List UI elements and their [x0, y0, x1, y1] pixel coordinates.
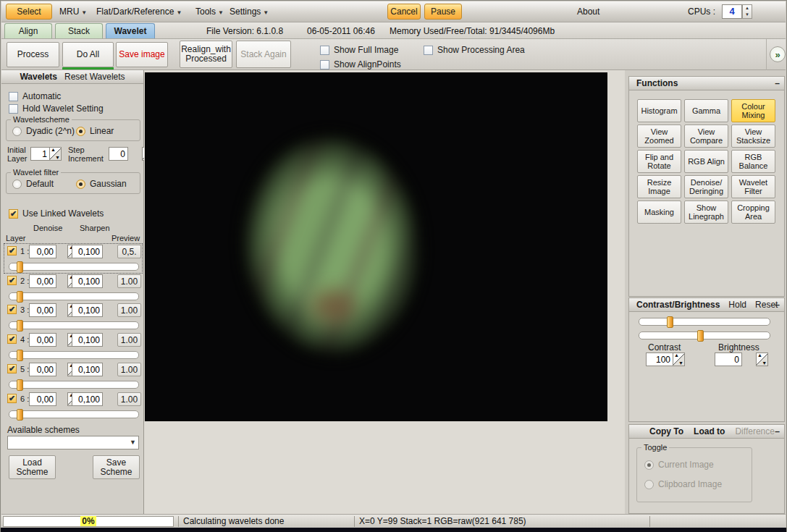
- cpus-stepper[interactable]: ▲▼: [742, 4, 752, 19]
- layer4-slider-thumb[interactable]: [17, 350, 23, 361]
- layer6-sharpen-input[interactable]: [72, 392, 103, 406]
- layer2-sharpen-input[interactable]: [72, 274, 103, 288]
- layer5-checkbox[interactable]: [7, 364, 17, 373]
- layer4-slider[interactable]: [9, 351, 139, 359]
- layer2-checkbox[interactable]: [7, 276, 17, 285]
- layer1-denoise-input[interactable]: [29, 245, 56, 258]
- reset-wavelets-button[interactable]: Reset Wavelets: [64, 72, 125, 82]
- fn-view-compare-button[interactable]: View Compare: [684, 124, 728, 148]
- fn-view-zoomed-button[interactable]: View Zoomed: [637, 124, 681, 148]
- process-button[interactable]: Process: [7, 42, 59, 67]
- save-image-button[interactable]: Save image: [116, 42, 168, 67]
- fn-colour-mixing-button[interactable]: Colour Mixing: [731, 99, 775, 122]
- fn-gamma-button[interactable]: Gamma: [684, 99, 728, 122]
- tab-wavelet[interactable]: Wavelet: [106, 23, 155, 38]
- pause-button[interactable]: Pause: [424, 4, 462, 20]
- minimize-icon[interactable]: –: [775, 426, 780, 436]
- select-button[interactable]: Select: [6, 4, 52, 20]
- menu-tools[interactable]: Tools▼: [195, 7, 224, 17]
- layer6-denoise-input[interactable]: [29, 392, 56, 406]
- menu-settings[interactable]: Settings▼: [230, 7, 269, 17]
- load-to-button[interactable]: Load to: [694, 426, 725, 436]
- contrast-stepper[interactable]: [673, 352, 685, 366]
- cancel-button[interactable]: Cancel: [387, 4, 421, 20]
- contrast-slider[interactable]: [639, 318, 770, 326]
- show-alignpoints-checkbox[interactable]: [320, 60, 329, 69]
- brightness-input[interactable]: [715, 352, 742, 366]
- hold-button[interactable]: Hold: [728, 300, 746, 310]
- brightness-stepper[interactable]: [756, 352, 768, 366]
- fn-cropping-area-button[interactable]: Cropping Area: [731, 200, 775, 224]
- fn-show-linegraph-button[interactable]: Show Linegraph: [684, 200, 728, 224]
- show-full-image-checkbox[interactable]: [320, 46, 329, 55]
- initial-layer-stepper[interactable]: [49, 147, 62, 161]
- expand-panel-button[interactable]: »: [770, 46, 786, 62]
- menu-flat-dark-reference[interactable]: Flat/Dark/Reference▼: [96, 7, 182, 17]
- layer3-checkbox[interactable]: [7, 305, 17, 314]
- menu-about[interactable]: About: [577, 7, 599, 17]
- fn-flip-rotate-button[interactable]: Flip and Rotate: [637, 150, 681, 173]
- layer1-slider[interactable]: [9, 263, 139, 271]
- layer2-slider-thumb[interactable]: [17, 291, 23, 303]
- layer6-preview-button[interactable]: 1.00: [117, 392, 141, 406]
- layer3-slider[interactable]: [9, 321, 139, 329]
- automatic-checkbox[interactable]: [9, 92, 18, 101]
- hold-wavelet-checkbox[interactable]: [9, 104, 18, 114]
- gaussian-filter-radio[interactable]: [76, 180, 85, 189]
- realign-with-processed-button[interactable]: Realign_with Processed: [180, 41, 232, 68]
- contrast-slider-thumb[interactable]: [667, 316, 673, 328]
- fn-histogram-button[interactable]: Histogram: [637, 99, 681, 122]
- layer4-preview-button[interactable]: 1.00: [117, 333, 141, 347]
- fn-rgb-balance-button[interactable]: RGB Balance: [731, 150, 775, 173]
- layer2-preview-button[interactable]: 1.00: [117, 274, 141, 288]
- fn-rgb-align-button[interactable]: RGB Align: [684, 150, 728, 173]
- layer6-slider[interactable]: [9, 410, 139, 418]
- cpus-value[interactable]: 4: [722, 4, 742, 19]
- layer5-slider-thumb[interactable]: [17, 379, 23, 391]
- contrast-input[interactable]: [646, 352, 673, 366]
- save-scheme-button[interactable]: Save Scheme: [93, 455, 140, 479]
- step-increment-input[interactable]: [109, 147, 128, 161]
- current-image-radio[interactable]: [644, 460, 654, 470]
- layer3-slider-thumb[interactable]: [17, 320, 23, 332]
- layer6-slider-thumb[interactable]: [17, 409, 23, 421]
- layer5-slider[interactable]: [9, 381, 139, 389]
- stack-again-button[interactable]: Stack Again: [236, 41, 291, 68]
- layer1-preview-button[interactable]: 0,5.: [117, 245, 141, 258]
- layer5-preview-button[interactable]: 1.00: [117, 363, 141, 376]
- linear-radio[interactable]: [76, 127, 85, 136]
- layer5-denoise-input[interactable]: [29, 363, 56, 376]
- layer5-sharpen-input[interactable]: [72, 363, 103, 376]
- fn-denoise-deringing-button[interactable]: Denoise/ Deringing: [684, 175, 728, 198]
- layer4-checkbox[interactable]: [7, 334, 17, 344]
- menu-mru[interactable]: MRU▼: [59, 7, 87, 17]
- layer4-sharpen-input[interactable]: [72, 333, 103, 347]
- load-scheme-button[interactable]: Load Scheme: [9, 455, 56, 479]
- spin-down-icon[interactable]: ▼: [743, 12, 752, 18]
- fn-resize-image-button[interactable]: Resize Image: [637, 175, 681, 198]
- layer1-slider-thumb[interactable]: [17, 261, 23, 273]
- layer2-slider[interactable]: [9, 292, 139, 300]
- tab-stack[interactable]: Stack: [55, 23, 103, 38]
- tab-align[interactable]: Align: [4, 23, 52, 38]
- layer6-checkbox[interactable]: [7, 394, 17, 403]
- show-processing-area-checkbox[interactable]: [424, 46, 433, 55]
- layer3-preview-button[interactable]: 1.00: [117, 303, 141, 317]
- dyadic-radio[interactable]: [12, 127, 22, 136]
- schemes-combobox[interactable]: ▼: [7, 436, 139, 449]
- do-all-button[interactable]: Do All: [62, 42, 114, 67]
- layer2-denoise-input[interactable]: [29, 274, 56, 288]
- default-filter-radio[interactable]: [12, 180, 22, 189]
- minimize-icon[interactable]: –: [775, 300, 780, 310]
- layer1-checkbox[interactable]: [7, 246, 17, 256]
- initial-layer-input[interactable]: [30, 147, 50, 161]
- layer3-denoise-input[interactable]: [29, 303, 56, 317]
- layer3-sharpen-input[interactable]: [72, 303, 103, 317]
- brightness-slider[interactable]: [639, 332, 770, 339]
- spin-up-icon[interactable]: ▲: [743, 5, 752, 12]
- clipboard-image-radio[interactable]: [644, 480, 654, 489]
- fn-masking-button[interactable]: Masking: [637, 200, 681, 224]
- layer1-sharpen-input[interactable]: [72, 245, 103, 258]
- use-linked-wavelets-checkbox[interactable]: [9, 209, 18, 219]
- minimize-icon[interactable]: –: [775, 78, 780, 88]
